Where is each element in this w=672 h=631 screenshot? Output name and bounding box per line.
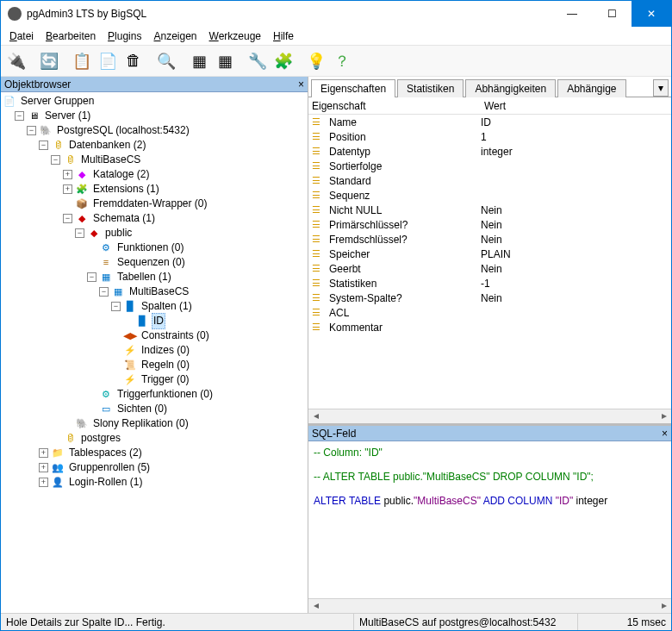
property-row[interactable]: ☰Datentypinteger [308, 144, 671, 159]
property-row[interactable]: ☰System-Spalte?Nein [308, 291, 671, 305]
tree-trigger-functions[interactable]: Triggerfunktionen (0) [115, 387, 215, 402]
tree-server-groups[interactable]: Server Gruppen [19, 94, 96, 109]
property-icon: ☰ [312, 190, 326, 201]
expand-toggle[interactable]: − [75, 228, 84, 238]
title-bar: pgAdmin3 LTS by BigSQL — ☐ ✕ [1, 1, 671, 27]
property-row[interactable]: ☰Standard [308, 173, 671, 188]
expand-toggle[interactable]: + [39, 478, 48, 487]
object-browser-close-icon[interactable]: × [298, 78, 304, 91]
tree-postgresql[interactable]: PostgreSQL (localhost:5432) [55, 123, 191, 138]
tree-constraints[interactable]: Constraints (0) [140, 328, 211, 343]
tree-table-multibasecs[interactable]: MultiBaseCS [128, 284, 190, 299]
property-row[interactable]: ☰Fremdschlüssel?Nein [308, 232, 671, 247]
expand-toggle[interactable]: − [15, 111, 24, 121]
plugins-icon[interactable]: 🧩 [271, 49, 296, 73]
tree-catalogs[interactable]: Kataloge (2) [91, 167, 151, 182]
expand-toggle[interactable]: + [63, 170, 72, 179]
property-icon: ☰ [312, 292, 326, 303]
property-row[interactable]: ☰Primärschlüssel?Nein [308, 217, 671, 232]
database-icon: 🛢 [63, 154, 77, 166]
expand-toggle[interactable]: − [51, 155, 60, 165]
expand-toggle[interactable]: + [39, 448, 48, 458]
expand-toggle[interactable]: + [63, 184, 72, 194]
tree-sequences[interactable]: Sequenzen (0) [115, 255, 187, 270]
menu-anzeigen[interactable]: Anzeigen [148, 28, 202, 44]
tab-menu-icon[interactable]: ▾ [653, 79, 669, 97]
tree-indices[interactable]: Indizes (0) [140, 343, 191, 358]
menu-bearbeiten[interactable]: Bearbeiten [40, 28, 101, 44]
property-row[interactable]: ☰Statistiken-1 [308, 276, 671, 291]
server-icon: 🖥 [27, 110, 40, 122]
property-header-name: Eigenschaft [308, 98, 481, 114]
tree-schemas[interactable]: Schemata (1) [91, 211, 157, 226]
tree-column-id[interactable]: ID [152, 313, 165, 329]
property-row[interactable]: ☰NameID [308, 115, 671, 129]
property-grid[interactable]: ☰NameID☰Position1☰Datentypinteger☰Sortie… [308, 115, 671, 409]
property-value: Nein [481, 219, 671, 231]
sql-editor[interactable]: -- Column: "ID" -- ALTER TABLE public."M… [308, 441, 671, 598]
property-value: integer [481, 146, 671, 158]
properties-icon[interactable]: 📋 [70, 49, 94, 73]
tree-server[interactable]: Server (1) [43, 109, 92, 123]
filter-icon[interactable]: ▦ [213, 49, 237, 73]
tree-slony[interactable]: Slony Replikation (0) [91, 416, 190, 431]
hint-icon[interactable]: 💡 [304, 49, 328, 73]
menu-werkzeuge[interactable]: Werkzeuge [204, 28, 266, 44]
object-browser-tree[interactable]: 📄Server Gruppen −🖥Server (1) −🐘PostgreSQ… [1, 92, 308, 613]
menu-hilfe[interactable]: Hilfe [268, 28, 299, 44]
property-row[interactable]: ☰GeerbtNein [308, 261, 671, 276]
tab-abhaengigkeiten[interactable]: Abhängigkeiten [465, 79, 556, 97]
property-row[interactable]: ☰Nicht NULLNein [308, 203, 671, 217]
minimize-button[interactable]: — [552, 1, 592, 27]
tab-abhaengige[interactable]: Abhängige [557, 79, 625, 97]
tree-triggers[interactable]: Trigger (0) [140, 372, 191, 387]
property-value: ID [481, 116, 671, 128]
expand-toggle[interactable]: − [87, 272, 96, 282]
tree-db-postgres[interactable]: postgres [79, 431, 122, 446]
grid-icon[interactable]: ▦ [187, 49, 211, 73]
tree-login-roles[interactable]: Login-Rollen (1) [67, 475, 144, 490]
tree-tablespaces[interactable]: Tablespaces (2) [67, 446, 144, 460]
maintenance-icon[interactable]: 🔧 [246, 49, 270, 73]
tab-statistiken[interactable]: Statistiken [397, 79, 464, 97]
help-icon[interactable]: ？ [330, 49, 354, 73]
tree-extensions[interactable]: Extensions (1) [91, 182, 161, 197]
property-row[interactable]: ☰Position1 [308, 129, 671, 144]
menu-plugins[interactable]: Plugins [103, 28, 146, 44]
tree-columns[interactable]: Spalten (1) [140, 299, 194, 314]
tree-views[interactable]: Sichten (0) [115, 402, 169, 416]
expand-toggle[interactable]: − [63, 214, 72, 223]
property-row[interactable]: ☰SpeicherPLAIN [308, 247, 671, 261]
horizontal-scrollbar[interactable]: ◂▸ [308, 409, 671, 423]
menu-datei[interactable]: Datei [4, 28, 39, 44]
tree-db-multibasecs[interactable]: MultiBaseCS [79, 153, 142, 167]
expand-toggle[interactable]: − [111, 302, 121, 311]
maximize-button[interactable]: ☐ [592, 1, 632, 27]
delete-icon[interactable]: 🗑 [121, 49, 146, 73]
connect-icon[interactable]: 🔌 [4, 49, 28, 73]
property-row[interactable]: ☰Sortierfolge [308, 159, 671, 173]
create-icon[interactable]: 📄 [96, 49, 120, 73]
expand-toggle[interactable]: − [27, 126, 36, 135]
property-row[interactable]: ☰Sequenz [308, 188, 671, 203]
sql-icon[interactable]: 🔍 [154, 49, 178, 73]
sql-pane-close-icon[interactable]: × [662, 428, 668, 440]
expand-toggle[interactable]: + [39, 463, 48, 472]
tree-group-roles[interactable]: Gruppenrollen (5) [67, 460, 152, 475]
property-row[interactable]: ☰ACL [308, 305, 671, 320]
tab-eigenschaften[interactable]: Eigenschaften [311, 79, 395, 97]
tree-public[interactable]: public [103, 226, 134, 241]
tree-rules[interactable]: Regeln (0) [140, 358, 191, 372]
property-icon: ☰ [312, 131, 326, 142]
property-icon: ☰ [312, 307, 326, 318]
sql-horizontal-scrollbar[interactable]: ◂▸ [308, 598, 671, 613]
close-button[interactable]: ✕ [632, 1, 671, 27]
tree-tables[interactable]: Tabellen (1) [115, 270, 173, 284]
tree-functions[interactable]: Funktionen (0) [115, 241, 185, 255]
property-row[interactable]: ☰Kommentar [308, 320, 671, 334]
expand-toggle[interactable]: − [39, 141, 48, 150]
refresh-icon[interactable]: 🔄 [37, 49, 61, 73]
expand-toggle[interactable]: − [99, 287, 109, 297]
tree-databases[interactable]: Datenbanken (2) [67, 138, 147, 153]
tree-fdw[interactable]: Fremddaten-Wrapper (0) [91, 197, 209, 211]
